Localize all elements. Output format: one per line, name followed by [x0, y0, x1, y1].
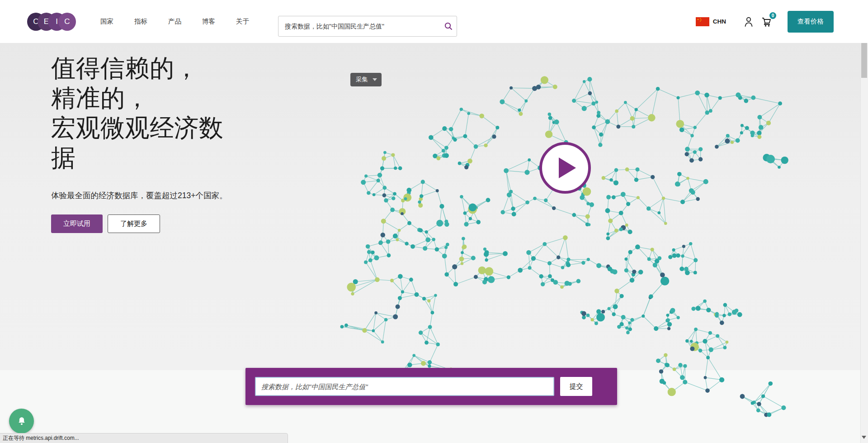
hero-subtitle: 体验最全面的经济数据库，覆盖超过213+个国家。 — [51, 190, 268, 201]
play-icon — [559, 157, 576, 178]
bottom-search-bar: 提交 — [245, 368, 617, 405]
nav-item-countries[interactable]: 国家 — [100, 17, 113, 26]
submit-button[interactable]: 提交 — [560, 377, 592, 396]
nav-item-blog[interactable]: 博客 — [202, 17, 215, 26]
search-button[interactable] — [440, 16, 457, 36]
header-right: CHN 0 查看价格 — [696, 0, 868, 43]
ceic-logo[interactable]: C E I C — [27, 13, 76, 31]
notifications-button[interactable] — [9, 409, 34, 433]
bottom-search-input[interactable] — [255, 377, 554, 396]
cart-badge: 0 — [769, 12, 776, 19]
nav-item-indicators[interactable]: 指标 — [134, 17, 147, 26]
chevron-down-icon — [373, 78, 377, 81]
browser-status-bar: 正在等待 metrics.api.drift.com... — [0, 433, 288, 443]
locale-selector[interactable]: CHN — [696, 17, 726, 26]
scroll-down-arrow-icon[interactable] — [862, 436, 866, 439]
header: C E I C 国家 指标 产品 博客 关于 C — [0, 0, 868, 43]
cta-row: 立即试用 了解更多 — [51, 214, 268, 233]
nav-item-about[interactable]: 关于 — [236, 17, 249, 26]
hero-heading-line: 值得信赖的， — [51, 53, 241, 83]
video-play-button[interactable] — [539, 142, 591, 194]
china-flag-icon — [696, 17, 709, 26]
hero-heading-line: 宏观微观经济数据 — [51, 113, 241, 173]
search-icon — [444, 22, 453, 31]
hero-heading: 值得信赖的， 精准的， 宏观微观经济数据 — [51, 53, 241, 173]
nav-item-products[interactable]: 产品 — [168, 17, 181, 26]
header-search-input[interactable] — [278, 23, 440, 30]
account-button[interactable] — [743, 16, 754, 28]
trial-button[interactable]: 立即试用 — [51, 214, 103, 233]
hero-content: 值得信赖的， 精准的， 宏观微观经济数据 体验最全面的经济数据库，覆盖超过213… — [51, 53, 268, 233]
header-search — [278, 16, 457, 37]
pricing-button[interactable]: 查看价格 — [788, 11, 834, 33]
country-code-label: CHN — [713, 18, 726, 25]
logo-circle: C — [58, 13, 76, 31]
bell-icon — [16, 416, 27, 427]
main-nav: 国家 指标 产品 博客 关于 — [100, 0, 249, 43]
user-icon — [743, 16, 754, 28]
collect-label: 采集 — [356, 76, 368, 84]
collect-dropdown-button[interactable]: 采集 — [350, 73, 382, 86]
learn-more-button[interactable]: 了解更多 — [108, 214, 160, 233]
hero-heading-line: 精准的， — [51, 83, 241, 113]
